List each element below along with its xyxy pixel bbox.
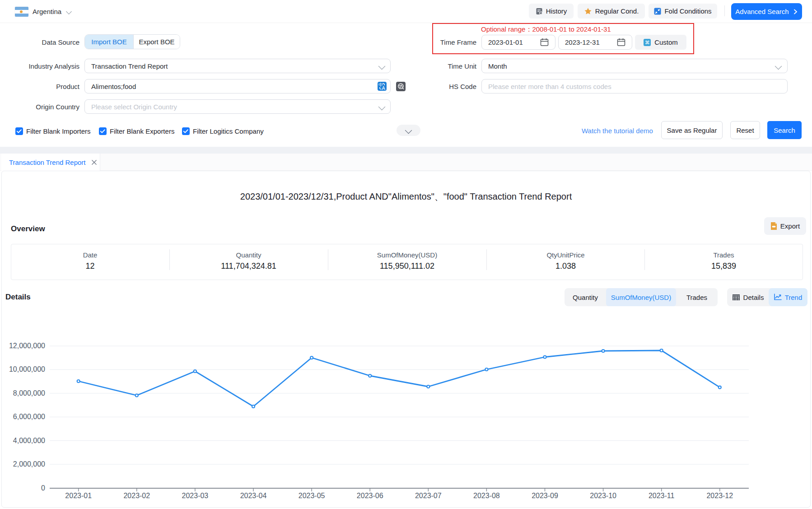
svg-text:12,000,000: 12,000,000 [9,342,45,350]
svg-text:⌘: ⌘ [645,40,650,45]
svg-text:4,000,000: 4,000,000 [13,437,45,444]
svg-text:2023-10: 2023-10 [590,492,616,500]
svg-text:2023-06: 2023-06 [357,492,383,500]
svg-text:2023-03: 2023-03 [182,492,209,500]
svg-text:2023-02: 2023-02 [123,492,150,500]
svg-text:2023-08: 2023-08 [473,492,500,500]
svg-text:2023-05: 2023-05 [299,492,325,500]
svg-text:A: A [382,85,386,91]
svg-text:2023-12: 2023-12 [706,492,733,500]
svg-text:2023-11: 2023-11 [649,492,675,500]
svg-text:2023-07: 2023-07 [415,492,442,500]
svg-text:2,000,000: 2,000,000 [13,460,45,468]
svg-text:8,000,000: 8,000,000 [13,389,45,397]
svg-text:6,000,000: 6,000,000 [13,413,45,420]
svg-text:2023-09: 2023-09 [532,492,558,500]
svg-text:0: 0 [41,484,45,492]
svg-text:2023-01: 2023-01 [65,492,92,500]
svg-text:10,000,000: 10,000,000 [9,365,45,373]
svg-text:2023-04: 2023-04 [240,492,267,500]
